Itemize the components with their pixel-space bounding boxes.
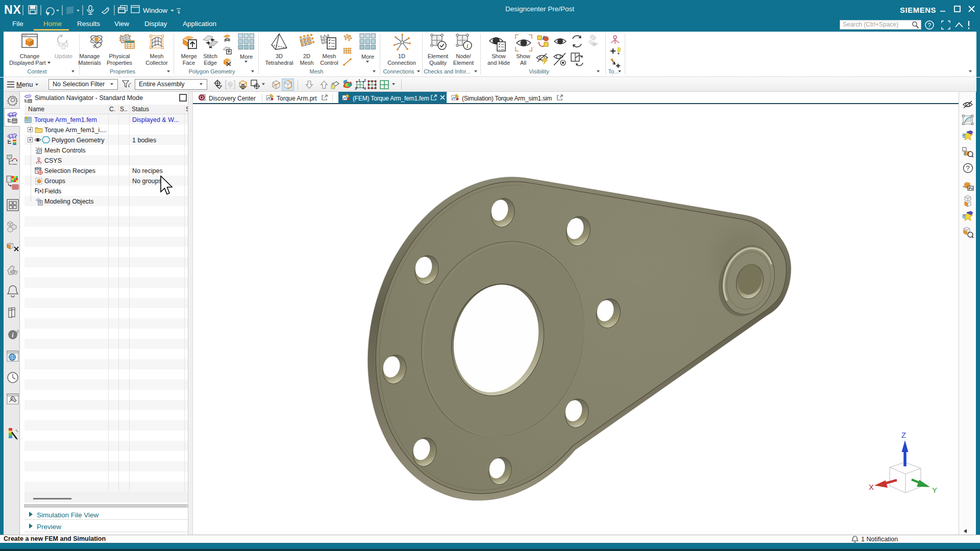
svg-text:P=: P= — [969, 187, 973, 190]
svg-text:Y: Y — [932, 486, 937, 494]
svg-text:2: 2 — [364, 79, 366, 82]
svg-text:X: X — [869, 483, 874, 491]
svg-text:1: 1 — [358, 79, 360, 82]
svg-text:Window: Window — [143, 7, 167, 14]
svg-text:i: i — [467, 42, 468, 49]
svg-text:i: i — [12, 331, 14, 339]
svg-text:?: ? — [928, 22, 932, 29]
svg-text:?: ? — [966, 164, 970, 172]
svg-text:4: 4 — [364, 87, 366, 90]
svg-text:3: 3 — [355, 87, 357, 90]
svg-text:Z: Z — [901, 431, 906, 439]
